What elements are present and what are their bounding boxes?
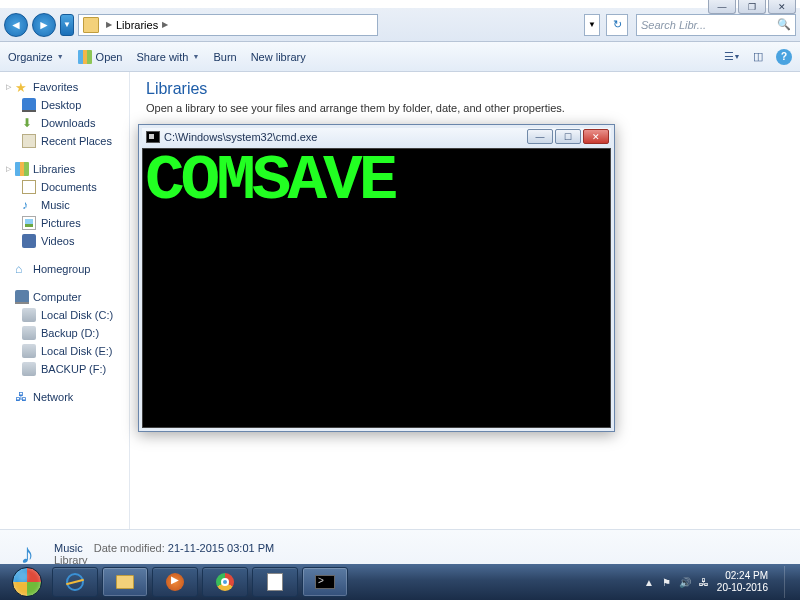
- sidebar-item-recent[interactable]: Recent Places: [0, 132, 129, 150]
- details-modified-value: 21-11-2015 03:01 PM: [168, 542, 274, 554]
- sidebar-item-desktop[interactable]: Desktop: [0, 96, 129, 114]
- sidebar-item-documents[interactable]: Documents: [0, 178, 129, 196]
- open-icon: [78, 50, 92, 64]
- taskbar-ie[interactable]: [52, 567, 98, 597]
- cmd-output[interactable]: COMSAVE: [142, 148, 611, 428]
- drive-icon: [22, 308, 36, 322]
- search-placeholder: Search Libr...: [641, 19, 706, 31]
- sidebar-item-videos[interactable]: Videos: [0, 232, 129, 250]
- sidebar-item-drive-d[interactable]: Backup (D:): [0, 324, 129, 342]
- tray-time: 02:24 PM: [717, 570, 768, 582]
- tray-clock[interactable]: 02:24 PM 20-10-2016: [717, 570, 772, 594]
- desktop-icon: [22, 98, 36, 112]
- documents-icon: [22, 180, 36, 194]
- windows-orb-icon: [12, 567, 42, 597]
- search-icon: 🔍: [777, 18, 791, 31]
- explorer-toolbar: Organize▼ Open Share with▼ Burn New libr…: [0, 42, 800, 72]
- tray-date: 20-10-2016: [717, 582, 768, 594]
- organize-button[interactable]: Organize▼: [8, 51, 64, 63]
- taskbar-explorer[interactable]: [102, 567, 148, 597]
- breadcrumb-separator: ▶: [162, 20, 168, 29]
- taskbar-chrome[interactable]: [202, 567, 248, 597]
- sidebar-item-pictures[interactable]: Pictures: [0, 214, 129, 232]
- taskbar-notepad[interactable]: [252, 567, 298, 597]
- cmd-minimize-button[interactable]: —: [527, 129, 553, 144]
- new-library-button[interactable]: New library: [251, 51, 306, 63]
- navigation-pane: ▷★Favorites Desktop ⬇Downloads Recent Pl…: [0, 72, 130, 529]
- sidebar-item-drive-e[interactable]: Local Disk (E:): [0, 342, 129, 360]
- wmp-icon: [166, 573, 184, 591]
- cmd-taskbar-icon: [315, 575, 335, 589]
- show-desktop-button[interactable]: [784, 566, 794, 598]
- sidebar-computer-header[interactable]: ▷Computer: [0, 288, 129, 306]
- tray-overflow-icon[interactable]: ▲: [644, 577, 654, 588]
- breadcrumb-dropdown[interactable]: ▼: [584, 14, 600, 36]
- libraries-icon: [83, 17, 99, 33]
- explorer-navbar: ◄ ► ▼ ▶ Libraries ▶ ▼ ↻ Search Libr... 🔍: [0, 8, 800, 42]
- music-icon: ♪: [22, 198, 36, 212]
- sidebar-favorites-header[interactable]: ▷★Favorites: [0, 78, 129, 96]
- history-dropdown[interactable]: ▼: [60, 14, 74, 36]
- sidebar-item-downloads[interactable]: ⬇Downloads: [0, 114, 129, 132]
- drive-icon: [22, 344, 36, 358]
- page-subtitle: Open a library to see your files and arr…: [146, 102, 784, 114]
- taskbar: ▲ ⚑ 🔊 🖧 02:24 PM 20-10-2016: [0, 564, 800, 600]
- window-minimize-button[interactable]: —: [708, 0, 736, 14]
- refresh-button[interactable]: ↻: [606, 14, 628, 36]
- forward-button[interactable]: ►: [32, 13, 56, 37]
- breadcrumb-separator: ▶: [106, 20, 112, 29]
- share-button[interactable]: Share with▼: [137, 51, 200, 63]
- cmd-icon: [146, 131, 160, 143]
- window-maximize-button[interactable]: ❐: [738, 0, 766, 14]
- downloads-icon: ⬇: [22, 116, 36, 130]
- sidebar-homegroup-header[interactable]: ▷⌂Homegroup: [0, 260, 129, 278]
- breadcrumb-item[interactable]: Libraries: [116, 19, 158, 31]
- details-name: Music: [54, 542, 83, 554]
- network-icon: 🖧: [15, 390, 29, 404]
- page-title: Libraries: [146, 80, 784, 98]
- system-tray: ▲ ⚑ 🔊 🖧 02:24 PM 20-10-2016: [644, 566, 794, 598]
- computer-icon: [15, 290, 29, 304]
- folder-icon: [116, 575, 134, 589]
- tray-network-icon[interactable]: 🖧: [699, 577, 709, 588]
- breadcrumb-bar[interactable]: ▶ Libraries ▶: [78, 14, 378, 36]
- star-icon: ★: [15, 80, 29, 94]
- burn-button[interactable]: Burn: [213, 51, 236, 63]
- sidebar-network-header[interactable]: ▷🖧Network: [0, 388, 129, 406]
- taskbar-wmp[interactable]: [152, 567, 198, 597]
- videos-icon: [22, 234, 36, 248]
- notepad-icon: [267, 573, 283, 591]
- cmd-ascii-text: COMSAVE: [143, 151, 396, 214]
- homegroup-icon: ⌂: [15, 262, 29, 276]
- drive-icon: [22, 362, 36, 376]
- view-options-button[interactable]: ☰▼: [724, 49, 740, 65]
- tray-flag-icon[interactable]: ⚑: [662, 577, 671, 588]
- drive-icon: [22, 326, 36, 340]
- recent-icon: [22, 134, 36, 148]
- back-button[interactable]: ◄: [4, 13, 28, 37]
- sidebar-item-music[interactable]: ♪Music: [0, 196, 129, 214]
- cmd-titlebar[interactable]: C:\Windows\system32\cmd.exe — ☐ ✕: [142, 128, 611, 148]
- cmd-maximize-button[interactable]: ☐: [555, 129, 581, 144]
- sidebar-item-drive-f[interactable]: BACKUP (F:): [0, 360, 129, 378]
- open-button[interactable]: Open: [78, 50, 123, 64]
- cmd-window[interactable]: C:\Windows\system32\cmd.exe — ☐ ✕ COMSAV…: [138, 124, 615, 432]
- cmd-close-button[interactable]: ✕: [583, 129, 609, 144]
- sidebar-libraries-header[interactable]: ▷Libraries: [0, 160, 129, 178]
- tray-volume-icon[interactable]: 🔊: [679, 577, 691, 588]
- details-modified-label: Date modified:: [94, 542, 165, 554]
- sidebar-item-drive-c[interactable]: Local Disk (C:): [0, 306, 129, 324]
- preview-pane-button[interactable]: ◫: [750, 49, 766, 65]
- taskbar-cmd[interactable]: [302, 567, 348, 597]
- help-button[interactable]: ?: [776, 49, 792, 65]
- chrome-icon: [216, 573, 234, 591]
- pictures-icon: [22, 216, 36, 230]
- search-input[interactable]: Search Libr... 🔍: [636, 14, 796, 36]
- window-close-button[interactable]: ✕: [768, 0, 796, 14]
- ie-icon: [66, 573, 84, 591]
- libraries-icon: [15, 162, 29, 176]
- cmd-title-text: C:\Windows\system32\cmd.exe: [164, 131, 317, 143]
- start-button[interactable]: [6, 566, 48, 598]
